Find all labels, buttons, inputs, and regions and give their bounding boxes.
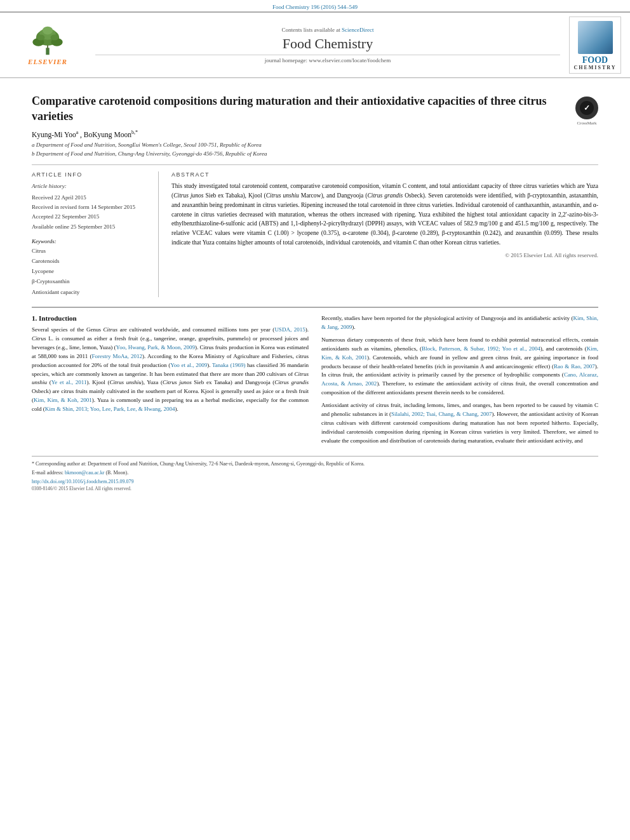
crossmark-label: CrossMark [575,121,598,126]
badge-chemistry-text: CHEMISTRY [573,65,616,70]
keyword-3: Lycopene [32,266,149,276]
svg-point-7 [37,34,45,40]
keyword-list: Citrus Carotenoids Lycopene β-Cryptoxant… [32,246,149,297]
publisher-logo: ELSEVIER [6,25,89,65]
citation-text: Food Chemistry 196 (2016) 544–549 [272,4,358,10]
keyword-1: Citrus [32,246,149,256]
body-col-left: 1. Introduction Several species of the G… [32,314,309,450]
abstract-text: This study investigated total carotenoid… [171,182,598,247]
abstract-column: ABSTRACT This study investigated total c… [171,171,598,297]
article-title: Comparative carotenoid compositions duri… [32,93,598,124]
keyword-2: Carotenoids [32,256,149,266]
copyright-notice: © 2015 Elsevier Ltd. All rights reserved… [171,252,598,258]
corresponding-author-note: * Corresponding author at: Department of… [32,460,598,468]
citation-bar: Food Chemistry 196 (2016) 544–549 [0,0,630,11]
revised-date: Received in revised form 14 September 20… [32,203,149,212]
affil-a: a Department of Food and Nutrition, Soon… [32,141,598,150]
badge-image [578,21,613,54]
affil-b: b Department of Food and Nutrition, Chun… [32,150,598,159]
section1-title-text: Introduction [39,314,77,322]
received-date: Received 22 April 2015 [32,193,149,203]
body-paragraph-1: Several species of the Genus Citrus are … [32,326,309,414]
keyword-5: Antioxidant capacity [32,287,149,297]
title-section: ✓ CrossMark Comparative carotenoid compo… [32,93,598,124]
author2-sup: b,* [131,130,138,135]
journal-header: ELSEVIER Contents lists available at Sci… [0,11,630,78]
section1-title: 1. Introduction [32,314,309,322]
available-date: Available online 25 September 2015 [32,222,149,232]
body-paragraph-2: Recently, studies have been reported for… [321,314,598,332]
body-section: 1. Introduction Several species of the G… [32,307,598,450]
issn-text: 0308-8146/© 2015 Elsevier Ltd. All right… [32,486,598,491]
journal-homepage: journal homepage: www.elsevier.com/locat… [95,55,560,63]
article-info-abstract: ARTICLE INFO Article history: Received 2… [32,164,598,297]
journal-title: Food Chemistry [95,36,560,52]
body-paragraph-3: Numerous dietary components of these fru… [321,336,598,398]
elsevier-tree-icon [22,25,73,57]
sciencedirect-link[interactable]: ScienceDirect [342,27,373,33]
svg-point-6 [43,27,53,35]
footnote-section: * Corresponding author at: Department of… [32,456,598,491]
journal-logo-badge: FOOD CHEMISTRY [569,17,621,74]
affiliations: a Department of Food and Nutrition, Soon… [32,141,598,158]
crossmark-icon: ✓ [575,97,598,119]
history-heading: Article history: [32,182,149,191]
author1-name: Kyung-Mi Yoo [32,130,76,138]
sciencedirect-label: Contents lists available at ScienceDirec… [95,27,560,33]
body-two-col: 1. Introduction Several species of the G… [32,314,598,450]
main-content: ✓ CrossMark Comparative carotenoid compo… [0,78,630,501]
elsevier-wordmark: ELSEVIER [28,58,67,65]
body-paragraph-4: Antioxidant activity of citrus fruit, in… [321,401,598,446]
email-note: E-mail address: bkmoon@cau.ac.kr (B. Moo… [32,469,598,477]
svg-text:✓: ✓ [584,103,590,112]
author2-name: , BoKyung Moon [80,130,131,138]
email-address[interactable]: bkmoon@cau.ac.kr [65,470,104,476]
food-chemistry-badge: FOOD CHEMISTRY [566,17,624,74]
journal-info-center: Contents lists available at ScienceDirec… [89,27,566,63]
accepted-date: Accepted 22 September 2015 [32,212,149,222]
keywords-heading: Keywords: [32,238,149,244]
article-history: Article history: Received 22 April 2015 … [32,182,149,231]
svg-point-8 [51,34,59,40]
doi-link[interactable]: http://dx.doi.org/10.1016/j.foodchem.201… [32,479,598,484]
article-info-column: ARTICLE INFO Article history: Received 2… [32,171,159,297]
body-col-right: Recently, studies have been reported for… [321,314,598,450]
section1-number: 1. [32,314,37,322]
crossmark-badge: ✓ CrossMark [575,97,598,126]
author1-sup: a [76,130,79,135]
badge-food-text: FOOD [573,56,616,65]
abstract-heading: ABSTRACT [171,171,598,178]
authors-line: Kyung-Mi Yooa , BoKyung Moonb,* [32,130,598,138]
keywords-section: Keywords: Citrus Carotenoids Lycopene β-… [32,238,149,297]
keyword-4: β-Cryptoxanthin [32,276,149,286]
article-info-heading: ARTICLE INFO [32,171,149,178]
